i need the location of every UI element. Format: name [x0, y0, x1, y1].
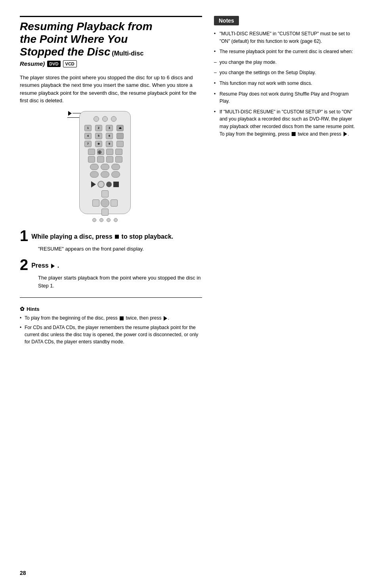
remote-center-dot-btn — [106, 182, 112, 187]
step2: 2 Press . The player starts playback fro… — [20, 259, 202, 289]
note-stop-icon — [292, 132, 296, 136]
step2-body: The player starts playback from the poin… — [38, 272, 202, 289]
title-section: Resuming Playback from the Point Where Y… — [20, 16, 202, 67]
note-item-1: "MULTI-DISC RESUME" in "CUSTOM SETUP" mu… — [214, 30, 358, 45]
step2-play-icon — [51, 264, 55, 268]
remote-num-r — [116, 133, 124, 139]
remote-num-2: 2 — [95, 125, 102, 131]
right-column: Notes "MULTI-DISC RESUME" in "CUSTOM SET… — [214, 16, 358, 572]
remote-btn-2 — [102, 116, 108, 122]
remote-oval-6 — [111, 171, 120, 178]
remote-play-btn — [91, 181, 96, 188]
remote-center-btn1 — [97, 181, 105, 188]
remote-bottom-btns — [80, 218, 130, 222]
remote-oval-4 — [90, 171, 99, 178]
remote-mid-7 — [106, 156, 113, 163]
remote-num-9: 9 — [106, 141, 113, 147]
left-column: Resuming Playback from the Point Where Y… — [20, 16, 202, 572]
remote-bottom-2 — [99, 218, 103, 222]
step2-title-period: . — [57, 262, 59, 269]
hint-item-1: To play from the beginning of the disc, … — [20, 314, 202, 322]
remote-oval-5 — [101, 171, 109, 178]
hint-play-icon — [164, 316, 167, 321]
notes-list: "MULTI-DISC RESUME" in "CUSTOM SETUP" mu… — [214, 30, 358, 138]
step1: 1 While playing a disc, press to stop pl… — [20, 230, 202, 253]
remote-num-1: 1 — [84, 125, 92, 131]
step1-title-text2: to stop playback. — [122, 233, 174, 240]
remote-num-3: 3 — [106, 125, 113, 131]
remote-bottom-1 — [92, 218, 96, 222]
remote-dpad — [80, 190, 130, 216]
hints-header: ✿ Hints — [20, 306, 202, 312]
dpad-mid-row — [92, 199, 118, 207]
remote-num-eject: ⏏ — [116, 125, 124, 131]
note-item-6: Resume Play does not work during Shuffle… — [214, 90, 358, 105]
step1-number: 1 — [20, 228, 28, 243]
dpad-left — [92, 199, 99, 207]
remote-oval-1 — [90, 164, 99, 170]
note-item-5: This function may not work with some dis… — [214, 80, 358, 87]
hints-section: ✿ Hints To play from the beginning of th… — [20, 306, 202, 345]
note-item-7: If "MULTI-DISC RESUME" in "CUSTOM SETUP"… — [214, 108, 358, 138]
page-title-line3-normal: (Multi-disc — [112, 50, 143, 57]
notes-header: Notes — [214, 16, 239, 25]
remote-top-buttons — [80, 111, 130, 122]
remote-num-5: 5 — [95, 133, 102, 139]
remote-num-4: 4 — [84, 133, 92, 139]
dpad-top-row — [101, 190, 109, 197]
subtitle-row: Resume) DVD VCD — [20, 60, 202, 67]
page-title-line3: Stopped the Disc (Multi-disc — [20, 46, 202, 58]
page: Resuming Playback from the Point Where Y… — [0, 0, 378, 588]
remote-mid-2: ⊕ — [97, 149, 104, 155]
dpad-right — [111, 199, 118, 207]
subtitle-label: Resume) — [20, 60, 45, 67]
dpad-center — [101, 199, 109, 207]
remote-mid-4 — [115, 149, 122, 155]
remote-body: 1 2 3 ⏏ 4 5 6 7 ⊕ 9 — [79, 111, 131, 214]
hints-icon: ✿ — [20, 306, 25, 312]
page-title-line1: Resuming Playback from — [20, 20, 202, 33]
note-item-4: you change the settings on the Setup Dis… — [214, 69, 358, 77]
note-item-3: you change the play mode. — [214, 59, 358, 66]
step1-title-text: While playing a disc, press — [31, 233, 113, 240]
page-number: 28 — [20, 570, 26, 576]
page-title-line2: the Point Where You — [20, 33, 202, 46]
remote-num-6: 6 — [106, 133, 113, 139]
remote-row-btns-1: ⊕ — [80, 149, 130, 155]
remote-btn-3 — [111, 116, 116, 122]
hints-list: To play from the beginning of the disc, … — [20, 314, 202, 345]
body-text: The player stores the point where you st… — [20, 74, 202, 105]
dpad-bottom — [101, 209, 109, 216]
remote-btn-1 — [94, 116, 99, 122]
dpad-top — [101, 190, 109, 197]
hint-stop-icon — [120, 316, 124, 320]
remote-num-0 — [116, 141, 124, 147]
remote-mid-8 — [115, 156, 122, 163]
remote-num-8: ⊕ — [95, 141, 102, 147]
step2-title: Press . — [20, 259, 202, 270]
remote-num-7: 7 — [84, 141, 92, 147]
remote-mid-6 — [97, 156, 104, 163]
remote-wrapper: 1 2 3 ⏏ 4 5 6 7 ⊕ 9 — [67, 111, 155, 222]
hints-label: Hints — [27, 306, 40, 312]
remote-row-btns-4 — [80, 171, 130, 178]
remote-oval-3 — [111, 164, 120, 170]
step2-title-text: Press — [31, 262, 49, 269]
remote-oval-2 — [101, 164, 109, 170]
step2-number: 2 — [20, 257, 28, 272]
dpad-bot-row — [101, 209, 109, 216]
step1-stop-icon — [115, 235, 119, 239]
remote-stop-btn — [113, 182, 119, 187]
remote-bottom-4 — [114, 218, 118, 222]
remote-transport-row — [80, 181, 130, 188]
divider — [20, 297, 202, 298]
step1-title: While playing a disc, press to stop play… — [20, 230, 202, 241]
remote-row-btns-3 — [80, 164, 130, 170]
note-item-2: The resume playback point for the curren… — [214, 48, 358, 56]
badge-dvd: DVD — [47, 61, 60, 67]
remote-number-grid: 1 2 3 ⏏ 4 5 6 7 ⊕ 9 — [80, 125, 130, 147]
remote-mid-3 — [106, 149, 113, 155]
note-play-icon — [344, 132, 347, 136]
remote-row-btns-2 — [80, 156, 130, 163]
hint-item-2: For CDs and DATA CDs, the player remembe… — [20, 324, 202, 345]
